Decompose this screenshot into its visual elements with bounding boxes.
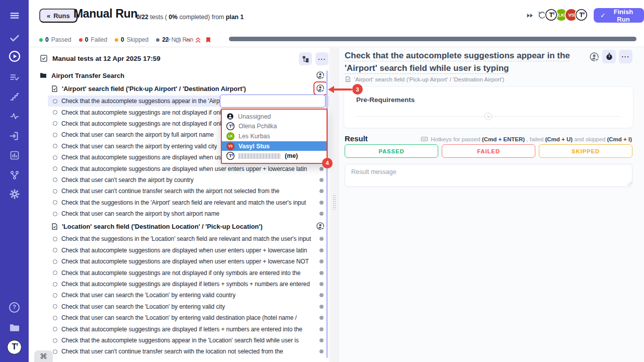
tree-test-row[interactable]: Check that user can't continue transfer … <box>29 186 330 197</box>
menu-icon[interactable] <box>7 8 22 23</box>
priority-high-icon[interactable] <box>184 36 192 44</box>
fast-forward-icon[interactable] <box>526 12 534 22</box>
stopwatch-button[interactable] <box>602 50 616 63</box>
test-label: Check that user can search the 'Location… <box>61 314 297 321</box>
not-run-dot[interactable] <box>319 259 324 263</box>
assign-user-icon[interactable] <box>316 84 325 93</box>
assignee-option[interactable]: LK Les Kurbas <box>222 131 327 141</box>
not-run-dot[interactable] <box>319 248 324 252</box>
assignee-option-unassigned[interactable]: Unassigned <box>222 112 327 122</box>
not-run-dot[interactable] <box>319 282 324 286</box>
hotkeys-hint: Hotkeys for passed (Cmd + ENTER) , faile… <box>421 135 632 143</box>
not-run-dot[interactable] <box>319 349 324 353</box>
not-run-dot[interactable] <box>319 189 324 193</box>
import-icon[interactable] <box>7 128 22 143</box>
tree-test-row[interactable]: Check that autocomplete suggestions are … <box>29 245 330 256</box>
avatar-logo[interactable]: T <box>544 8 558 22</box>
not-run-dot[interactable] <box>319 167 324 171</box>
censored-name <box>238 153 281 159</box>
assignee-option[interactable]: T (me) <box>222 151 327 161</box>
not-run-dot[interactable] <box>319 316 324 320</box>
tree-test-row[interactable]: Check that user can't continue transfer … <box>29 346 330 357</box>
main-sidebar: ? T <box>0 0 29 362</box>
assignee-dropdown: Unassigned T Olena Pchilka LK Les Kurbas… <box>221 109 328 164</box>
not-run-dot[interactable] <box>319 237 324 241</box>
person-icon <box>226 113 234 120</box>
not-run-dot[interactable] <box>319 201 324 205</box>
command-palette-button[interactable]: ⌘ <box>34 350 53 362</box>
test-status-circle-icon <box>53 110 57 115</box>
tree-structure-button[interactable] <box>299 52 312 65</box>
result-heading: Result <box>345 134 368 143</box>
assign-user-icon[interactable] <box>316 222 325 231</box>
not-run-dot[interactable] <box>319 327 324 331</box>
not-run-dot[interactable] <box>319 338 324 342</box>
app-logo[interactable]: T <box>7 339 22 354</box>
panel-divider <box>331 48 338 362</box>
branch-icon[interactable] <box>7 167 22 183</box>
help-icon[interactable]: ? <box>7 300 22 315</box>
tree-test-row[interactable]: Check that user can search the 'Location… <box>29 312 330 323</box>
run-checklist-icon <box>39 54 48 65</box>
skipped-button[interactable]: SKIPPED <box>539 144 632 158</box>
avatar-logo[interactable]: T <box>575 8 588 22</box>
back-to-runs-button[interactable]: «Runs <box>39 9 77 23</box>
logo-t-glyph: T <box>7 340 22 354</box>
activity-pulse-icon[interactable] <box>7 109 22 124</box>
assign-user-icon[interactable] <box>589 52 600 64</box>
priority-highest-icon[interactable] <box>194 36 202 44</box>
test-more-button[interactable]: ··· <box>619 50 632 63</box>
test-status-circle-icon <box>53 316 57 320</box>
run-assignee-avatars[interactable]: TLKVST <box>548 8 588 22</box>
finish-run-button[interactable]: ✓Finish Run <box>594 8 644 23</box>
projects-folder-icon[interactable] <box>7 320 22 335</box>
tree-test-row[interactable]: Check that user can't search the airport… <box>29 174 330 186</box>
plan-link[interactable]: plan 1 <box>226 14 244 21</box>
tree-test-row[interactable]: Check that autocomplete suggestions are … <box>29 163 330 174</box>
panel-resize-handle[interactable] <box>333 195 336 210</box>
runs-play-icon[interactable] <box>7 49 22 64</box>
failed-button[interactable]: FAILED <box>442 144 535 158</box>
reports-chart-icon[interactable] <box>7 148 22 163</box>
tree-test-row[interactable]: Check that autocomplete suggestions are … <box>29 256 330 267</box>
tree-test-row[interactable]: Check that user can search the 'Location… <box>29 290 330 301</box>
tree-test-row[interactable]: Check that user can search the airport b… <box>29 208 330 219</box>
tree-folder-row[interactable]: Airport Transfer Search <box>29 69 330 81</box>
tree-test-row[interactable]: Check that the suggestions in the 'Locat… <box>29 233 330 244</box>
app-window: ? T «Runs Manual Run 0/22 tests ( 0% com… <box>0 0 644 362</box>
not-run-dot[interactable] <box>319 293 324 297</box>
chevron-down-icon[interactable] <box>164 36 172 44</box>
tree-suite-row[interactable]: 'Airport' search field ('Pick-up Airport… <box>29 81 330 96</box>
plans-list-check-icon[interactable] <box>7 69 22 84</box>
settings-gear-icon[interactable] <box>7 187 22 202</box>
collapse-toggle-icon[interactable] <box>485 113 492 120</box>
bookmark-icon[interactable] <box>204 36 212 44</box>
assignee-option[interactable]: T Olena Pchilka <box>222 122 327 132</box>
not-run-dot[interactable] <box>319 178 324 182</box>
assignee-option[interactable]: VS Vasyl Stus <box>222 141 327 151</box>
tree-test-row[interactable]: Check that autocomplete suggestings are … <box>29 323 330 334</box>
tree-more-button[interactable]: ··· <box>315 52 329 65</box>
passed-button[interactable]: PASSED <box>345 144 438 158</box>
tree-test-row[interactable]: Check that autocomplete suggestings are … <box>29 267 330 278</box>
tree-test-row[interactable]: Check that the autocomplete suggestions … <box>29 335 330 346</box>
back-to-runs-label: Runs <box>53 12 70 20</box>
not-run-dot[interactable] <box>319 212 324 216</box>
not-run-dot[interactable] <box>319 271 324 275</box>
steps-icon[interactable] <box>7 89 22 104</box>
status-dot <box>115 38 118 42</box>
result-message-input[interactable] <box>345 164 632 187</box>
assign-user-icon[interactable] <box>316 71 325 80</box>
test-label: Check that autocomplete suggestions are … <box>61 258 309 265</box>
circle-priority-icon[interactable] <box>174 36 182 44</box>
tests-check-icon[interactable] <box>7 31 22 46</box>
tree-test-row[interactable]: Check that the suggestions in the 'Airpo… <box>29 197 330 208</box>
not-run-dot[interactable] <box>319 305 324 309</box>
question-mark-glyph: ? <box>9 302 20 313</box>
tree-suite-row[interactable]: 'Location' search field ('Destination Lo… <box>29 219 330 233</box>
tree-test-row[interactable]: Check that autocomplete suggestings are … <box>29 279 330 290</box>
tree-test-row[interactable]: Check that user can search the 'Location… <box>29 301 330 312</box>
test-status-circle-icon <box>53 237 57 241</box>
assignee-search-input[interactable] <box>220 95 326 108</box>
test-title[interactable]: Check that the autocomplete suggestions … <box>345 49 587 74</box>
